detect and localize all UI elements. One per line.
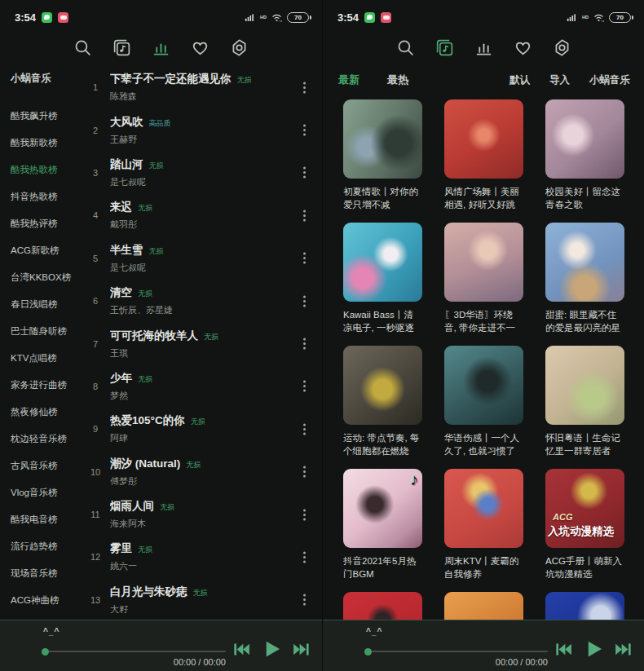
song-row[interactable]: 12 雾里 无损 姚六一 bbox=[82, 536, 322, 578]
playlist-card[interactable]: Kawaii Bass丨清凉电子, 一秒驱逐夏... bbox=[343, 223, 422, 335]
nav-search-button[interactable] bbox=[73, 38, 93, 58]
slider-thumb[interactable] bbox=[364, 648, 372, 656]
song-row[interactable]: 5 半生雪 无损 是七叔呢 bbox=[82, 237, 322, 280]
sidebar-chart-item[interactable]: 春日浅唱榜 bbox=[11, 291, 82, 318]
previous-track-button[interactable] bbox=[232, 639, 252, 660]
time-display: 00:00 / 00:00 bbox=[174, 657, 226, 667]
sidebar-chart-item[interactable]: ACG神曲榜 bbox=[11, 587, 82, 614]
tiktok-note-icon: ♪ bbox=[410, 470, 418, 489]
song-info: 烟雨人间 无损 海来阿木 bbox=[108, 499, 286, 530]
nav-library-button[interactable] bbox=[112, 38, 132, 58]
playlist-card[interactable]: 初夏情歌丨对你的爱只增不减 bbox=[343, 99, 422, 212]
next-track-button[interactable] bbox=[291, 639, 311, 660]
song-more-options-button[interactable] bbox=[286, 556, 322, 558]
song-more-options-button[interactable] bbox=[286, 470, 322, 473]
song-more-options-button[interactable] bbox=[286, 598, 322, 601]
song-more-options-button[interactable] bbox=[286, 514, 322, 516]
song-more-options-button[interactable] bbox=[286, 385, 322, 387]
song-artist: 姚六一 bbox=[110, 560, 286, 572]
sidebar-chart-item[interactable]: 酷我热评榜 bbox=[11, 210, 82, 237]
nav-settings-button[interactable] bbox=[229, 38, 249, 58]
source-label[interactable]: 小蜗音乐 bbox=[589, 73, 630, 87]
sidebar-chart-label: 酷我热歌榜 bbox=[11, 164, 58, 176]
song-row[interactable]: 4 来迟 无损 戴羽彤 bbox=[82, 194, 322, 236]
progress-slider[interactable] bbox=[43, 651, 226, 652]
song-more-options-button[interactable] bbox=[286, 214, 322, 217]
sidebar-chart-item[interactable]: 酷我电音榜 bbox=[11, 506, 82, 533]
song-more-options-button[interactable] bbox=[286, 428, 322, 430]
sidebar-chart-label: 古风音乐榜 bbox=[11, 460, 58, 472]
sidebar-chart-item[interactable]: 酷我热歌榜 bbox=[11, 157, 82, 183]
sidebar-chart-item[interactable]: 巴士随身听榜 bbox=[11, 318, 82, 345]
quality-badge: 无损 bbox=[237, 75, 252, 86]
sidebar-chart-item[interactable]: 流行趋势榜 bbox=[11, 533, 82, 560]
playlist-card[interactable]: 运动: 带点节奏, 每个细胞都在燃烧 bbox=[343, 346, 422, 458]
song-row[interactable]: 13 白月光与朱砂痣 无损 大籽 bbox=[82, 579, 322, 621]
mini-player: ^_^ 00:00 / 00:00 bbox=[0, 620, 322, 671]
song-row[interactable]: 6 清空 无损 王忻辰、苏星婕 bbox=[82, 280, 322, 322]
nav-favorites-button[interactable] bbox=[513, 38, 533, 58]
nav-favorites-button[interactable] bbox=[190, 38, 210, 58]
song-artist: 阿肆 bbox=[110, 432, 286, 444]
nav-charts-button[interactable] bbox=[151, 38, 171, 58]
nav-settings-button[interactable] bbox=[552, 38, 572, 58]
playlist-card[interactable]: 风情广场舞丨美丽相遇, 好听又好跳 bbox=[444, 99, 523, 212]
sidebar-chart-label: 现场音乐榜 bbox=[11, 567, 58, 580]
play-button[interactable] bbox=[259, 637, 284, 661]
playlist-card[interactable]: 〖3D华语〗环绕音, 带你走进不一样的... bbox=[444, 223, 523, 335]
song-row[interactable]: 7 可可托海的牧羊人 无损 王琪 bbox=[82, 322, 322, 364]
playlist-card[interactable]: 华语伤感丨一个人久了, 也就习惯了 bbox=[444, 346, 523, 458]
song-row[interactable]: 1 下辈子不一定还能遇见你 无损 陈雅森 bbox=[82, 66, 322, 108]
nav-search-button[interactable] bbox=[395, 38, 416, 58]
next-track-button[interactable] bbox=[613, 639, 633, 660]
song-more-options-button[interactable] bbox=[286, 257, 322, 259]
nav-library-button[interactable] bbox=[434, 38, 455, 58]
sidebar-chart-item[interactable]: 现场音乐榜 bbox=[11, 560, 82, 587]
song-rank: 13 bbox=[82, 595, 108, 605]
playlist-card[interactable]: 校园美好丨留念这青春之歌 bbox=[545, 99, 624, 212]
playlist-card[interactable]: 周末KTV丨麦霸的自我修养 bbox=[444, 469, 523, 581]
sidebar-chart-item[interactable]: 家务进行曲榜 bbox=[11, 372, 82, 399]
playlist-cover bbox=[444, 469, 523, 548]
sidebar-chart-item[interactable]: 酷我飙升榜 bbox=[11, 103, 82, 130]
sidebar-chart-item[interactable]: 枕边轻音乐榜 bbox=[11, 426, 82, 452]
song-row[interactable]: 9 热爱105°C的你 无损 阿肆 bbox=[82, 408, 322, 450]
song-row[interactable]: 11 烟雨人间 无损 海来阿木 bbox=[82, 493, 322, 536]
tab-hottest[interactable]: 最热 bbox=[387, 73, 408, 87]
previous-track-button[interactable] bbox=[554, 639, 574, 660]
import-button[interactable]: 导入 bbox=[549, 73, 570, 87]
song-row[interactable]: 10 潮汐 (Natural) 无损 傅梦彤 bbox=[82, 451, 322, 493]
song-info: 清空 无损 王忻辰、苏星婕 bbox=[108, 285, 286, 316]
progress-slider[interactable] bbox=[366, 651, 548, 652]
skip-previous-icon bbox=[554, 639, 574, 660]
song-more-options-button[interactable] bbox=[286, 171, 322, 174]
song-more-options-button[interactable] bbox=[286, 129, 322, 131]
playlist-card[interactable]: ♪ 抖音2021年5月热门BGM bbox=[343, 469, 422, 581]
song-more-options-button[interactable] bbox=[286, 86, 322, 89]
song-row[interactable]: 2 大风吹 高品质 王赫野 bbox=[82, 108, 322, 151]
sidebar-chart-label: 枕边轻音乐榜 bbox=[11, 433, 67, 445]
song-info: 踏山河 无损 是七叔呢 bbox=[108, 157, 286, 188]
sidebar-chart-item[interactable]: Vlog音乐榜 bbox=[11, 479, 82, 506]
sort-default-button[interactable]: 默认 bbox=[509, 73, 530, 87]
slider-thumb[interactable] bbox=[42, 648, 49, 656]
sidebar-chart-item[interactable]: 台湾KKBOX榜 bbox=[11, 264, 82, 291]
sidebar-chart-item[interactable]: 熬夜修仙榜 bbox=[11, 399, 82, 426]
play-button[interactable] bbox=[581, 637, 606, 661]
song-more-options-button[interactable] bbox=[286, 300, 322, 302]
song-row[interactable]: 3 踏山河 无损 是七叔呢 bbox=[82, 152, 322, 194]
song-more-options-button[interactable] bbox=[286, 342, 322, 345]
song-row[interactable]: 8 少年 无损 梦然 bbox=[82, 365, 322, 408]
playlist-card[interactable]: ACG 入坑动漫精选 ACG手册丨萌新入坑动漫精选 bbox=[545, 469, 624, 581]
nav-charts-button[interactable] bbox=[474, 38, 494, 58]
sidebar-chart-item[interactable]: 古风音乐榜 bbox=[11, 452, 82, 479]
tab-newest[interactable]: 最新 bbox=[338, 73, 359, 87]
status-bar: 3:54 HD 70 bbox=[323, 0, 644, 29]
playlist-card[interactable]: 甜蜜: 眼里藏不住的爱是最闪亮的星 bbox=[545, 223, 624, 335]
sidebar-chart-item[interactable]: 酷我新歌榜 bbox=[11, 130, 82, 157]
sidebar-chart-item[interactable]: KTV点唱榜 bbox=[11, 345, 82, 372]
playlist-card[interactable]: 怀旧粤语丨生命记忆里一群寄居者 bbox=[545, 346, 624, 458]
sidebar-chart-item[interactable]: 抖音热歌榜 bbox=[11, 183, 82, 210]
sidebar-chart-item[interactable]: ACG新歌榜 bbox=[11, 237, 82, 264]
playlist-caption: 甜蜜: 眼里藏不住的爱是最闪亮的星 bbox=[545, 308, 624, 335]
